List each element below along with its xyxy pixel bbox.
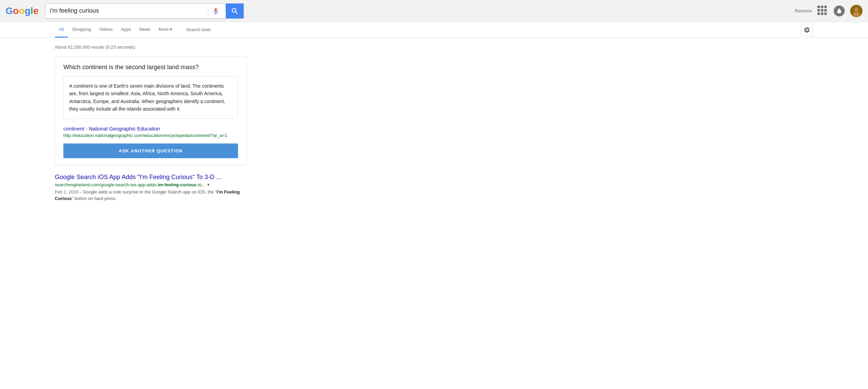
featured-snippet-card: Which continent is the second largest la… <box>55 57 247 165</box>
highlight-feeling-curious: Feeling Curious <box>55 189 240 201</box>
mic-icon <box>212 8 219 14</box>
nav-item-more[interactable]: More ▾ <box>154 22 176 38</box>
search-result-1: Google Search iOS App Adds "I'm Feeling … <box>55 174 247 202</box>
dot <box>824 9 827 12</box>
search-tools-button[interactable]: Search tools <box>182 22 215 38</box>
avatar-image <box>850 5 863 17</box>
source-url: http://education.nationalgeographic.com/… <box>63 133 238 138</box>
question-title: Which continent is the second largest la… <box>63 64 238 71</box>
google-logo: Google <box>5 5 38 16</box>
dot <box>821 12 823 15</box>
svg-point-7 <box>854 8 858 12</box>
user-avatar[interactable] <box>850 5 863 17</box>
mic-button[interactable] <box>208 3 223 18</box>
results-count: About 62,200,000 results (0.23 seconds) <box>55 45 813 50</box>
apps-grid-icon[interactable] <box>817 5 828 16</box>
header-right: Ramona <box>795 5 863 17</box>
svg-point-5 <box>839 13 840 13</box>
notification-icon[interactable] <box>834 5 845 16</box>
svg-point-8 <box>853 12 860 17</box>
search-input[interactable] <box>46 7 208 14</box>
svg-line-4 <box>236 12 238 14</box>
answer-text: A continent is one of Earth's seven main… <box>69 82 232 113</box>
result-url-line: searchengineland.com/google-search-ios-a… <box>55 182 247 187</box>
source-title-link[interactable]: continent - National Geographic Educatio… <box>63 126 238 131</box>
logo-e: e <box>33 5 39 16</box>
dot <box>821 9 823 12</box>
main-content: About 62,200,000 results (0.23 seconds) … <box>0 38 868 209</box>
logo-g2: g <box>25 5 30 16</box>
header: Google Ramona <box>0 0 868 22</box>
answer-box: A continent is one of Earth's seven main… <box>63 76 238 119</box>
search-button[interactable] <box>226 3 244 18</box>
nav-item-news[interactable]: News <box>135 22 155 38</box>
result-desc: - Google adds a cute surprise to the Goo… <box>55 189 240 201</box>
logo-o1: o <box>13 5 19 16</box>
bell-icon <box>836 8 842 14</box>
highlight-im: I'm <box>216 189 223 194</box>
result-date: Feb 1, 2016 <box>55 189 78 194</box>
nav-item-shopping[interactable]: Shopping <box>68 22 95 38</box>
dot <box>824 12 827 15</box>
result-url-dropdown-icon[interactable]: ▼ <box>207 183 210 187</box>
ask-another-question-button[interactable]: ASK ANOTHER QUESTION <box>63 143 238 158</box>
logo-g: G <box>5 5 13 16</box>
dot <box>817 5 820 8</box>
result-url-bold: im-feeling-curious <box>158 182 197 187</box>
nav-item-videos[interactable]: Videos <box>95 22 117 38</box>
search-nav: All Shopping Videos Apps News More ▾ Sea… <box>0 22 868 38</box>
nav-item-apps[interactable]: Apps <box>117 22 135 38</box>
nav-item-all[interactable]: All <box>55 22 68 38</box>
search-bar <box>45 3 244 18</box>
result-title-link[interactable]: Google Search iOS App Adds "I'm Feeling … <box>55 174 247 181</box>
logo-l: l <box>30 5 33 16</box>
dot <box>821 5 823 8</box>
dot <box>817 12 820 15</box>
svg-rect-0 <box>215 8 216 11</box>
settings-button[interactable] <box>801 24 813 36</box>
logo-o2: o <box>19 5 25 16</box>
username-label: Ramona <box>795 8 812 13</box>
result-snippet: Feb 1, 2016 - Google adds a cute surpris… <box>55 189 247 202</box>
dot <box>824 5 827 8</box>
search-icon <box>231 7 238 15</box>
dot <box>817 9 820 12</box>
result-url-text: searchengineland.com/google-search-ios-a… <box>55 182 205 187</box>
gear-icon <box>804 27 810 33</box>
